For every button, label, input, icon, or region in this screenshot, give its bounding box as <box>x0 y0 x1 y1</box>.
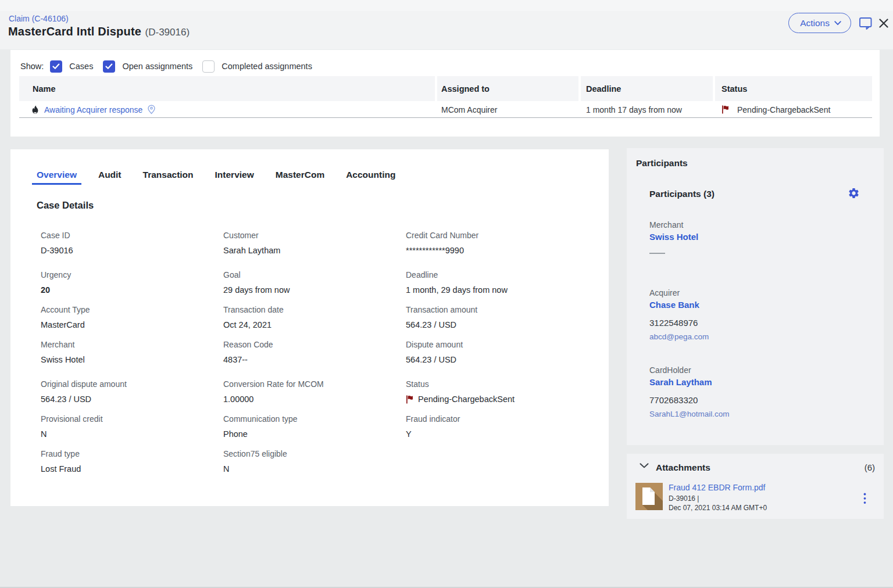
field-deadline: Deadline 1 month, 29 days from now <box>406 270 598 295</box>
participant-name-link[interactable]: Swiss Hotel <box>649 232 698 242</box>
attachment-menu-button[interactable] <box>863 493 866 504</box>
field-section75-eligible: Section75 eligible N <box>223 449 406 474</box>
field-communication-type: Communication type Phone <box>223 414 406 439</box>
tab-audit[interactable]: Audit <box>94 169 126 185</box>
participant-email-link[interactable]: abcd@pega.com <box>649 332 730 342</box>
breadcrumb-claim-link[interactable]: Claim (C-46106) <box>9 14 69 23</box>
case-tabs: Overview Audit Transaction Interview Mas… <box>32 169 412 185</box>
participant-merchant: Merchant Swiss Hotel <box>649 220 730 254</box>
participant-cardholder: CardHolder Sarah Laytham 7702683320 Sara… <box>649 365 730 420</box>
assignment-name-cell: Awaiting Acquirer response <box>31 101 156 118</box>
case-page: Claim (C-46106) MasterCard Intl Dispute … <box>0 0 893 588</box>
field-goal: Goal 29 days from now <box>223 270 406 295</box>
participant-role: Acquirer <box>649 288 730 299</box>
check-icon <box>105 63 113 70</box>
field-case-id: Case ID D-39016 <box>41 230 223 256</box>
participant-role: CardHolder <box>649 365 730 376</box>
field-provisional-credit: Provisional credit N <box>41 414 223 439</box>
case-details-heading: Case Details <box>37 200 94 211</box>
comment-icon <box>859 16 873 30</box>
field-urgency: Urgency 20 <box>41 270 223 295</box>
tab-accounting[interactable]: Accounting <box>341 169 400 185</box>
fields-column-1: Case ID D-39016 Urgency 20 Account Type … <box>41 230 223 483</box>
tab-mastercom[interactable]: MasterCom <box>271 169 329 185</box>
page-title-case-number: (D-39016) <box>145 27 190 38</box>
attachments-title: Attachments <box>656 462 710 473</box>
field-status: Status Pending-ChargebackSent <box>406 379 598 404</box>
kebab-menu-icon <box>863 493 866 504</box>
comment-button[interactable] <box>859 16 873 30</box>
chevron-down-icon <box>640 463 649 468</box>
tab-transaction[interactable]: Transaction <box>138 169 198 185</box>
status-value-text: Pending-ChargebackSent <box>418 394 515 404</box>
participant-acquirer: Acquirer Chase Bank 3122548976 abcd@pega… <box>649 288 730 342</box>
completed-assignments-checkbox[interactable] <box>202 60 215 73</box>
field-conversion-rate: Conversion Rate for MCOM 1.00000 <box>223 379 406 404</box>
attachments-collapse-button[interactable] <box>640 463 649 468</box>
attachment-file-link[interactable]: Fraud 412 EBDR Form.pdf <box>669 483 769 492</box>
participant-name-link[interactable]: Chase Bank <box>649 300 699 310</box>
participants-settings-button[interactable] <box>848 187 860 199</box>
open-assignments-checkbox[interactable] <box>103 60 115 73</box>
flag-icon <box>406 395 414 404</box>
column-header-name: Name <box>19 76 435 101</box>
column-header-deadline: Deadline <box>581 76 713 101</box>
header-actions: Actions <box>788 0 889 46</box>
field-dispute-amount: Dispute amount 564.23 / USD <box>406 339 598 365</box>
actions-button[interactable]: Actions <box>788 13 851 33</box>
page-title: MasterCard Intl Dispute <box>8 25 141 38</box>
case-details-card: Overview Audit Transaction Interview Mas… <box>10 149 609 506</box>
field-transaction-amount: Transaction amount 564.23 / USD <box>406 304 598 330</box>
field-account-type: Account Type MasterCard <box>41 304 223 330</box>
participant-role: Merchant <box>649 220 730 231</box>
assignments-panel: Show: Cases Open assignments <box>10 50 880 137</box>
fields-column-3: Credit Card Number ************9990 Dead… <box>406 230 598 483</box>
fields-column-2: Customer Sarah Laytham Goal 29 days from… <box>223 230 406 483</box>
title-row: MasterCard Intl Dispute (D-39016) <box>8 25 190 38</box>
field-original-dispute-amount: Original dispute amount 564.23 / USD <box>41 379 223 404</box>
flame-icon <box>31 105 39 114</box>
participant-empty-dash <box>649 253 665 254</box>
attachments-panel: Attachments (6) Fraud 412 EBDR Form.pdf … <box>627 454 884 519</box>
assignment-status: Pending-ChargebackSent <box>721 101 830 118</box>
show-filter-row: Show: Cases Open assignments <box>20 60 322 73</box>
filter-cases[interactable]: Cases <box>50 60 93 73</box>
participants-list: Merchant Swiss Hotel Acquirer Chase Bank… <box>649 220 730 440</box>
field-transaction-date: Transaction date Oct 24, 2021 <box>223 304 406 330</box>
show-label: Show: <box>20 62 44 71</box>
actions-button-label: Actions <box>800 18 830 28</box>
case-fields-grid: Case ID D-39016 Urgency 20 Account Type … <box>41 230 598 483</box>
header-top-strip <box>0 0 893 11</box>
tab-interview[interactable]: Interview <box>210 169 259 185</box>
assignments-table: Name Assigned to Deadline Status Awaitin… <box>19 76 872 118</box>
column-header-status: Status <box>715 76 872 101</box>
filter-open-assignments-label: Open assignments <box>122 62 192 71</box>
participants-count-title: Participants (3) <box>649 189 715 199</box>
participants-panel: Participants Participants (3) Merchant S… <box>627 148 884 445</box>
assignment-deadline: 1 month 17 days from now <box>586 101 682 118</box>
chevron-down-icon <box>834 21 841 26</box>
tab-overview[interactable]: Overview <box>32 169 81 185</box>
flag-icon <box>721 105 730 114</box>
participant-name-link[interactable]: Sarah Laytham <box>649 377 712 387</box>
attachments-count: (6) <box>865 462 875 472</box>
cases-checkbox[interactable] <box>50 60 62 73</box>
participant-email-link[interactable]: SarahL1@hotmail.com <box>649 409 730 420</box>
attachment-body: Fraud 412 EBDR Form.pdf D-39016 | Dec 07… <box>669 483 769 512</box>
location-pin-icon[interactable] <box>147 105 156 114</box>
field-reason-code: Reason Code 4837-- <box>223 339 406 365</box>
filter-open-assignments[interactable]: Open assignments <box>103 60 192 73</box>
participants-panel-title: Participants <box>636 158 688 168</box>
case-header: Claim (C-46106) MasterCard Intl Dispute … <box>0 0 893 49</box>
column-header-assigned-to: Assigned to <box>437 76 578 101</box>
assignment-name-link[interactable]: Awaiting Acquirer response <box>44 105 142 114</box>
filter-cases-label: Cases <box>69 62 93 71</box>
participant-phone: 7702683320 <box>649 395 730 406</box>
assignment-row: Awaiting Acquirer response MCom Acquirer… <box>19 101 872 118</box>
close-button[interactable] <box>878 18 889 28</box>
assignment-assigned-to: MCom Acquirer <box>441 101 497 118</box>
assignment-status-text: Pending-ChargebackSent <box>737 105 830 114</box>
field-fraud-indicator: Fraud indicator Y <box>406 414 598 439</box>
attachments-header: Attachments (6) <box>640 462 874 474</box>
filter-completed-assignments[interactable]: Completed assignments <box>202 60 312 73</box>
